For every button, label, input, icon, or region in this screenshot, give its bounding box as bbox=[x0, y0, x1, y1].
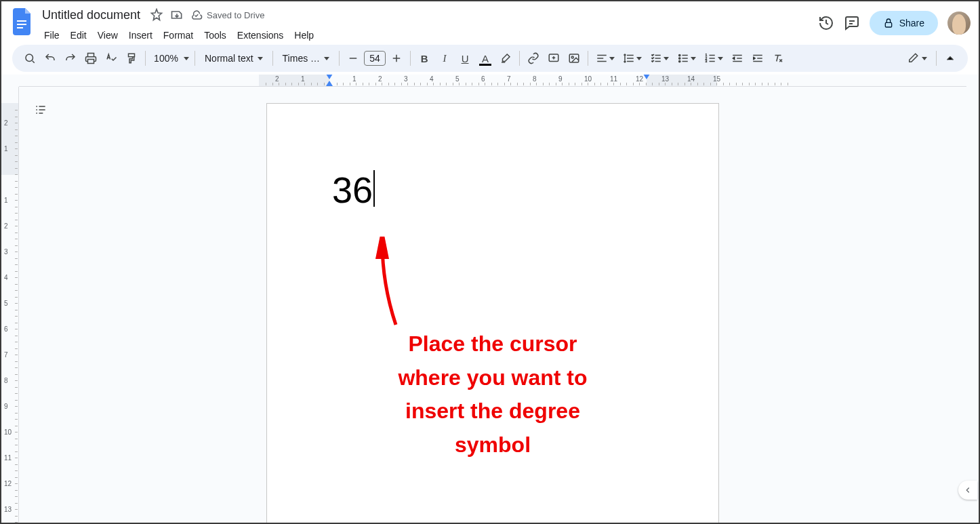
checklist-dropdown[interactable] bbox=[647, 49, 672, 68]
first-line-indent-marker[interactable] bbox=[326, 75, 333, 79]
separator bbox=[339, 51, 340, 66]
numbered-list-dropdown[interactable]: 123 bbox=[701, 49, 727, 68]
ruler-label: 9 bbox=[4, 403, 8, 410]
chevron-down-icon bbox=[718, 57, 723, 60]
paragraph-style-dropdown[interactable]: Normal text bbox=[199, 49, 268, 68]
underline-button[interactable]: U bbox=[455, 49, 474, 68]
indent-decrease-button[interactable] bbox=[728, 49, 747, 68]
paint-format-button[interactable] bbox=[122, 49, 141, 68]
share-button[interactable]: Share bbox=[870, 11, 938, 35]
toolbar-wrap: 100% Normal text Times … B I U A 123 bbox=[1, 45, 979, 72]
insert-image-button[interactable] bbox=[565, 49, 584, 68]
side-panel-toggle[interactable] bbox=[958, 481, 977, 500]
editing-mode-dropdown[interactable] bbox=[902, 49, 932, 68]
annotation-line: where you want to bbox=[398, 365, 587, 390]
hide-menus-button[interactable] bbox=[941, 49, 960, 68]
insert-link-button[interactable] bbox=[524, 49, 543, 68]
document-title[interactable]: Untitled document bbox=[39, 7, 143, 23]
ruler-label: 6 bbox=[481, 75, 485, 83]
move-icon[interactable] bbox=[170, 8, 184, 22]
font-label: Times … bbox=[283, 53, 320, 64]
app-header: Untitled document Saved to Drive File Ed… bbox=[1, 1, 979, 45]
star-icon[interactable] bbox=[150, 8, 163, 22]
ruler-label: 11 bbox=[4, 454, 12, 462]
svg-point-4 bbox=[26, 54, 33, 62]
print-button[interactable] bbox=[81, 49, 100, 68]
ruler-label: 2 bbox=[275, 75, 279, 83]
history-icon[interactable] bbox=[818, 15, 834, 31]
menu-insert[interactable]: Insert bbox=[124, 27, 157, 43]
separator bbox=[936, 51, 937, 66]
title-column: Untitled document Saved to Drive File Ed… bbox=[39, 7, 818, 45]
ruler-label: 6 bbox=[4, 325, 8, 333]
ruler-label: 9 bbox=[558, 75, 563, 83]
ruler-label: 12 bbox=[636, 75, 643, 83]
font-size-decrease[interactable] bbox=[344, 49, 363, 68]
indent-increase-button[interactable] bbox=[748, 49, 767, 68]
bold-button[interactable]: B bbox=[415, 49, 434, 68]
header-right: Share bbox=[818, 11, 971, 35]
left-indent-marker[interactable] bbox=[326, 81, 333, 86]
undo-button[interactable] bbox=[41, 49, 60, 68]
separator bbox=[519, 51, 520, 66]
highlight-button[interactable] bbox=[496, 49, 515, 68]
font-size-increase[interactable] bbox=[387, 49, 406, 68]
font-size-input[interactable] bbox=[364, 51, 386, 66]
document-page[interactable]: 36 Place the cursor where you want to in… bbox=[266, 103, 719, 523]
horizontal-ruler[interactable]: 21123456789101112131415 bbox=[19, 75, 966, 87]
ruler-label: 1 bbox=[4, 197, 8, 204]
page-container[interactable]: 36 Place the cursor where you want to in… bbox=[19, 87, 966, 523]
annotation-arrow bbox=[369, 237, 409, 331]
ruler-label: 3 bbox=[4, 248, 8, 256]
document-text[interactable]: 36 bbox=[332, 169, 375, 211]
right-indent-marker[interactable] bbox=[643, 75, 650, 79]
chevron-down-icon bbox=[324, 57, 329, 60]
font-dropdown[interactable]: Times … bbox=[277, 49, 335, 68]
insert-comment-button[interactable] bbox=[544, 49, 563, 68]
italic-button[interactable]: I bbox=[435, 49, 454, 68]
menu-view[interactable]: View bbox=[93, 27, 123, 43]
share-label: Share bbox=[899, 18, 924, 28]
chevron-down-icon bbox=[609, 57, 615, 60]
chevron-down-icon bbox=[691, 57, 696, 60]
bulleted-list-dropdown[interactable] bbox=[674, 49, 699, 68]
svg-point-10 bbox=[679, 58, 680, 59]
save-status-text: Saved to Drive bbox=[207, 10, 264, 20]
ruler-label: 1 bbox=[301, 75, 305, 83]
text-color-button[interactable]: A bbox=[476, 49, 495, 68]
docs-logo[interactable] bbox=[9, 8, 37, 35]
search-menus-button[interactable] bbox=[20, 49, 39, 68]
menu-extensions[interactable]: Extensions bbox=[232, 27, 288, 43]
clear-formatting-button[interactable] bbox=[769, 49, 788, 68]
align-dropdown[interactable] bbox=[592, 49, 618, 68]
vertical-ruler[interactable]: 2112345678910111213 bbox=[1, 87, 19, 523]
spellcheck-button[interactable] bbox=[102, 49, 121, 68]
menu-tools[interactable]: Tools bbox=[199, 27, 231, 43]
menu-format[interactable]: Format bbox=[159, 27, 198, 43]
ruler-label: 4 bbox=[430, 75, 434, 83]
toolbar: 100% Normal text Times … B I U A 123 bbox=[12, 45, 968, 72]
zoom-dropdown[interactable]: 100% bbox=[150, 49, 190, 68]
separator bbox=[410, 51, 411, 66]
svg-point-9 bbox=[679, 54, 680, 56]
comments-icon[interactable] bbox=[844, 15, 860, 31]
annotation-line: symbol bbox=[455, 432, 531, 457]
menu-edit[interactable]: Edit bbox=[66, 27, 91, 43]
menu-help[interactable]: Help bbox=[289, 27, 319, 43]
ruler-label: 11 bbox=[610, 75, 617, 83]
svg-rect-3 bbox=[885, 22, 891, 27]
ruler-label: 8 bbox=[533, 75, 537, 83]
line-spacing-dropdown[interactable] bbox=[619, 49, 645, 68]
ruler-label: 10 bbox=[4, 428, 12, 436]
redo-button[interactable] bbox=[61, 49, 80, 68]
ruler-label: 15 bbox=[713, 75, 720, 83]
account-avatar[interactable] bbox=[947, 12, 971, 35]
save-status[interactable]: Saved to Drive bbox=[190, 9, 264, 21]
font-size-group bbox=[344, 49, 406, 68]
menu-file[interactable]: File bbox=[39, 27, 64, 43]
zoom-value: 100% bbox=[151, 53, 181, 64]
ruler-label: 5 bbox=[455, 75, 460, 83]
ruler-label: 14 bbox=[687, 75, 695, 83]
ruler-label: 4 bbox=[4, 274, 8, 281]
svg-text:3: 3 bbox=[706, 59, 708, 63]
